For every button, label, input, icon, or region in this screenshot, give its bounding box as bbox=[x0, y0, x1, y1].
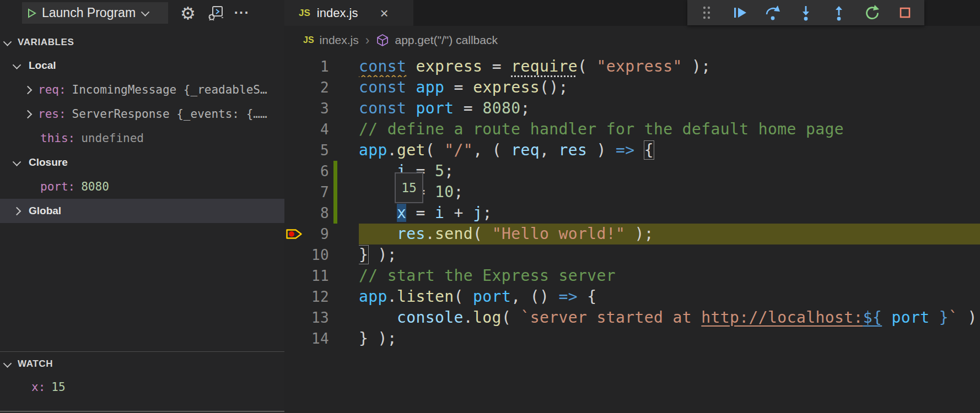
watch-name: x: bbox=[31, 381, 45, 394]
scope-local-label: Local bbox=[29, 59, 56, 72]
chevron-right-icon bbox=[24, 85, 33, 94]
line-number[interactable]: 6 bbox=[304, 161, 329, 182]
restart-button[interactable] bbox=[861, 2, 882, 23]
continue-button[interactable] bbox=[729, 2, 750, 23]
breakpoint-gutter[interactable] bbox=[284, 265, 304, 286]
code-line[interactable]: 4// define a route handler for the defau… bbox=[284, 119, 980, 140]
code-line-content[interactable]: const express = require( "express" ); bbox=[359, 56, 980, 77]
breakpoint-gutter[interactable] bbox=[284, 98, 304, 119]
variable-row-this[interactable]: this: undefined bbox=[0, 126, 284, 150]
breakpoint-gutter[interactable] bbox=[284, 224, 304, 244]
breakpoint-gutter[interactable] bbox=[284, 77, 304, 98]
settings-gear-button[interactable]: ⚙ bbox=[180, 3, 196, 23]
section-divider bbox=[0, 351, 284, 352]
variable-row-res[interactable]: res: ServerResponse {_events: {…… bbox=[0, 102, 284, 126]
launch-config-dropdown[interactable]: Launch Program bbox=[22, 2, 168, 24]
line-number[interactable]: 11 bbox=[304, 265, 329, 286]
watch-row-x[interactable]: x: 15 bbox=[0, 375, 284, 399]
watch-section-header[interactable]: WATCH bbox=[0, 353, 284, 375]
close-icon[interactable]: × bbox=[380, 6, 388, 20]
code-line-content[interactable]: } ); bbox=[359, 244, 980, 265]
scope-global[interactable]: Global bbox=[0, 199, 284, 223]
code-line[interactable]: 5app.get( "/", ( req, res ) => { bbox=[284, 140, 980, 161]
code-line-content[interactable]: // start the Express server bbox=[359, 265, 980, 286]
code-line[interactable]: 12app.listen( port, () => { bbox=[284, 286, 980, 307]
code-line-content[interactable]: i = 5; bbox=[359, 161, 980, 182]
code-line-content[interactable]: app.get( "/", ( req, res ) => { bbox=[359, 140, 980, 161]
code-token: ); bbox=[368, 246, 397, 264]
code-line-content[interactable]: console.log( `server started at http://l… bbox=[359, 307, 980, 328]
step-out-button[interactable] bbox=[828, 2, 849, 23]
code-token: ); bbox=[625, 225, 654, 243]
code-line[interactable]: 7 j = 10; bbox=[284, 182, 980, 203]
line-number[interactable]: 10 bbox=[304, 244, 329, 265]
code-line-content[interactable]: app.listen( port, () => { bbox=[359, 286, 980, 307]
variables-section-header[interactable]: VARIABLES bbox=[0, 31, 284, 53]
code-token: ; bbox=[520, 99, 530, 117]
breakpoint-gutter[interactable] bbox=[284, 56, 304, 77]
code-line-content[interactable]: x = i + j; bbox=[359, 203, 980, 224]
chevron-right-icon bbox=[13, 206, 21, 215]
breadcrumb-symbol[interactable]: app.get("/") callback bbox=[395, 34, 498, 47]
code-area[interactable]: 1const express = require( "express" );2c… bbox=[284, 55, 980, 349]
breakpoint-gutter[interactable] bbox=[284, 161, 304, 182]
tab-index-js[interactable]: JS index.js × bbox=[284, 0, 413, 26]
step-into-button[interactable] bbox=[795, 2, 816, 23]
code-line[interactable]: 13 console.log( `server started at http:… bbox=[284, 307, 980, 328]
code-token: ( bbox=[578, 57, 597, 75]
step-into-icon bbox=[798, 4, 814, 21]
variable-row-port[interactable]: port: 8080 bbox=[0, 175, 284, 199]
breakpoint-gutter[interactable] bbox=[284, 307, 304, 328]
code-line[interactable]: 8 x = i + j; bbox=[284, 203, 980, 224]
breakpoint-gutter[interactable] bbox=[284, 119, 304, 140]
line-number[interactable]: 13 bbox=[304, 307, 329, 328]
step-over-button[interactable] bbox=[762, 2, 783, 23]
code-line[interactable]: 11// start the Express server bbox=[284, 265, 980, 286]
code-line[interactable]: 14} ); bbox=[284, 328, 980, 349]
code-token: app bbox=[359, 287, 387, 306]
variable-row-req[interactable]: req: IncomingMessage {_readableS… bbox=[0, 78, 284, 102]
debug-console-button[interactable] bbox=[208, 5, 224, 21]
line-number[interactable]: 1 bbox=[304, 56, 329, 77]
breakpoint-gutter[interactable] bbox=[284, 244, 304, 265]
more-actions-button[interactable]: ··· bbox=[234, 5, 250, 21]
code-line-content[interactable]: res.send( "Hello world!" ); bbox=[359, 224, 980, 244]
breakpoint-gutter[interactable] bbox=[284, 203, 304, 224]
breakpoint-gutter[interactable] bbox=[284, 286, 304, 307]
line-number[interactable]: 12 bbox=[304, 286, 329, 307]
breakpoint-gutter[interactable] bbox=[284, 182, 304, 203]
code-token: port bbox=[473, 287, 511, 306]
line-number[interactable]: 14 bbox=[304, 328, 329, 349]
code-token: = bbox=[482, 57, 511, 75]
breakpoint-gutter[interactable] bbox=[284, 140, 304, 161]
stop-button[interactable] bbox=[895, 2, 916, 23]
scope-local[interactable]: Local bbox=[0, 53, 284, 78]
code-line-content[interactable]: } ); bbox=[359, 328, 980, 349]
code-line[interactable]: 1const express = require( "express" ); bbox=[284, 56, 980, 77]
code-line-content[interactable]: j = 10; bbox=[359, 182, 980, 203]
line-number[interactable]: 3 bbox=[304, 98, 329, 119]
code-line-content[interactable]: const app = express(); bbox=[359, 77, 980, 98]
code-token: } ); bbox=[359, 329, 397, 347]
gutter-spacer bbox=[333, 140, 337, 161]
code-line[interactable]: 3const port = 8080; bbox=[284, 98, 980, 119]
code-line[interactable]: 6 i = 5; bbox=[284, 161, 980, 182]
code-line-content[interactable]: const port = 8080; bbox=[359, 98, 980, 119]
code-line-content[interactable]: // define a route handler for the defaul… bbox=[359, 119, 980, 140]
breadcrumb-file[interactable]: index.js bbox=[320, 34, 359, 47]
modified-lines-indicator bbox=[333, 182, 337, 203]
line-number[interactable]: 9 bbox=[304, 224, 329, 244]
line-number[interactable]: 8 bbox=[304, 203, 329, 224]
breakpoint-gutter[interactable] bbox=[284, 328, 304, 349]
code-line[interactable]: 9 res.send( "Hello world!" ); bbox=[284, 224, 980, 244]
code-line[interactable]: 2const app = express(); bbox=[284, 77, 980, 98]
code-token: ); bbox=[958, 308, 980, 327]
chevron-down-icon bbox=[3, 359, 12, 368]
line-number[interactable]: 5 bbox=[304, 140, 329, 161]
code-line[interactable]: 10} ); bbox=[284, 244, 980, 265]
line-number[interactable]: 7 bbox=[304, 182, 329, 203]
scope-closure[interactable]: Closure bbox=[0, 150, 284, 175]
line-number[interactable]: 2 bbox=[304, 77, 329, 98]
toolbar-drag-grip[interactable] bbox=[696, 2, 717, 23]
line-number[interactable]: 4 bbox=[304, 119, 329, 140]
